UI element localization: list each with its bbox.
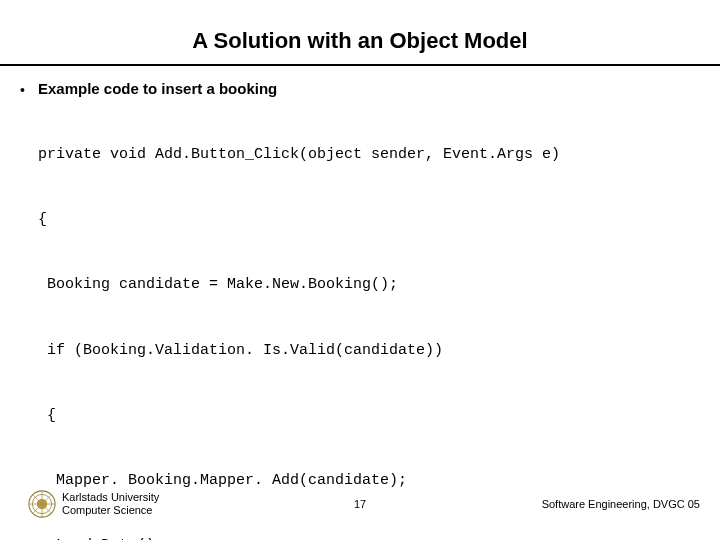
slide: A Solution with an Object Model • Exampl… xyxy=(0,0,720,540)
code-block: private void Add.Button_Click(object sen… xyxy=(38,100,700,540)
slide-title: A Solution with an Object Model xyxy=(0,28,720,54)
bullet-row: • Example code to insert a booking xyxy=(20,78,700,100)
university-text: Karlstads University Computer Science xyxy=(62,491,159,516)
course-label: Software Engineering, DVGC 05 xyxy=(364,498,720,510)
code-line: Load.Data(); xyxy=(38,535,700,540)
code-line: private void Add.Button_Click(object sen… xyxy=(38,144,700,166)
code-line: if (Booking.Validation. Is.Valid(candida… xyxy=(38,340,700,362)
bullet-label: Example code to insert a booking xyxy=(38,78,277,100)
footer-left: Karlstads University Computer Science xyxy=(0,490,364,518)
code-line: Booking candidate = Make.New.Booking(); xyxy=(38,274,700,296)
department-name: Computer Science xyxy=(62,504,159,517)
code-line: { xyxy=(38,405,700,427)
bullet-dot-icon: • xyxy=(20,78,38,100)
code-line: { xyxy=(38,209,700,231)
university-logo-icon xyxy=(28,490,56,518)
university-name: Karlstads University xyxy=(62,491,159,504)
title-block: A Solution with an Object Model xyxy=(0,0,720,54)
slide-footer: Karlstads University Computer Science 17… xyxy=(0,484,720,524)
slide-body: • Example code to insert a booking priva… xyxy=(0,66,720,540)
page-number: 17 xyxy=(354,498,366,510)
